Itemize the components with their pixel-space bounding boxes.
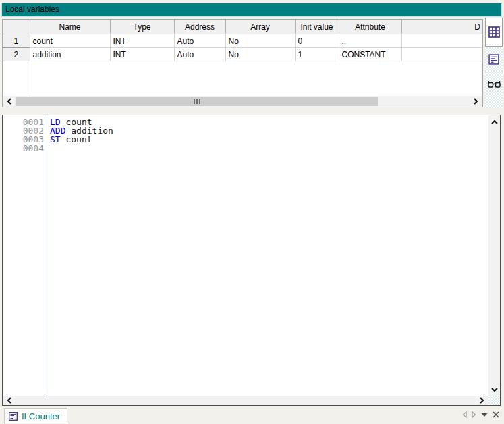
variable-table-panel: Name Type Address Array Init value Attri…	[2, 19, 483, 107]
binoculars-icon	[488, 80, 501, 88]
titlebar-text: Local variables	[5, 5, 59, 14]
col-header-address[interactable]: Address	[174, 20, 225, 34]
cell-init-value[interactable]: 0	[295, 34, 339, 48]
cell-description[interactable]	[401, 48, 482, 61]
cell-name[interactable]: addition	[30, 48, 110, 61]
scroll-right-button[interactable]	[470, 96, 481, 107]
cell-address[interactable]: Auto	[174, 48, 225, 61]
editor-vertical-scrollbar[interactable]	[488, 115, 500, 396]
row-number-cell[interactable]: 2	[3, 48, 30, 61]
cell-description[interactable]	[401, 34, 482, 48]
line-number-gutter: 0001 0002 0003 0004	[3, 117, 44, 153]
col-header-name[interactable]: Name	[30, 20, 110, 34]
row-number-cell[interactable]: 1	[3, 34, 30, 48]
table-hscroll-thumb[interactable]	[16, 97, 378, 106]
cell-array[interactable]: No	[225, 48, 295, 61]
col-header-type[interactable]: Type	[110, 20, 174, 34]
tab-scroll-right-button[interactable]	[472, 411, 476, 418]
cell-type[interactable]: INT	[110, 48, 174, 61]
table-horizontal-scrollbar[interactable]	[3, 96, 482, 107]
comment-view-button[interactable]	[485, 49, 503, 70]
tab-list-button[interactable]	[481, 413, 488, 417]
bottom-tab-bar: ILCounter	[0, 406, 504, 424]
cell-type[interactable]: INT	[110, 34, 174, 48]
tab-navigation-controls	[462, 411, 499, 418]
chevron-left-icon	[7, 98, 12, 105]
il-code-editor[interactable]: 0001 0002 0003 0004 LDcount ADDaddition …	[2, 115, 501, 406]
close-tab-button[interactable]	[493, 411, 499, 418]
tab-label: ILCounter	[22, 411, 60, 421]
table-row[interactable]: 2 addition INT Auto No 1 CONSTANT	[3, 48, 482, 61]
code-area[interactable]: LDcount ADDaddition STcount	[50, 117, 113, 153]
table-header-row: Name Type Address Array Init value Attri…	[3, 20, 482, 34]
chevron-left-icon	[7, 397, 12, 404]
local-variables-titlebar[interactable]: Local variables	[1, 3, 502, 17]
triangle-right-icon	[472, 411, 476, 418]
scroll-up-button[interactable]	[488, 117, 500, 127]
col-header-attribute[interactable]: Attribute	[339, 20, 401, 34]
chevron-down-icon	[491, 387, 498, 392]
triangle-left-icon	[462, 411, 467, 418]
local-variables-table: Name Type Address Array Init value Attri…	[3, 20, 482, 61]
cell-address[interactable]: Auto	[174, 34, 225, 48]
col-header-init-value[interactable]: Init value	[295, 20, 339, 34]
grid-table-icon	[488, 26, 500, 38]
scroll-right-button[interactable]	[476, 395, 487, 406]
row-header-divider-line	[30, 61, 30, 96]
il-keyword: ST	[50, 134, 61, 144]
gutter-separator-line	[47, 115, 47, 396]
tab-ilcounter[interactable]: ILCounter	[4, 408, 67, 423]
scroll-left-button[interactable]	[4, 395, 15, 406]
line-number: 0004	[3, 144, 44, 153]
cell-array[interactable]: No	[225, 34, 295, 48]
scroll-down-button[interactable]	[488, 384, 500, 394]
plc-ide-window: Local variables Name Type Address Array …	[0, 0, 504, 424]
document-lines-icon	[488, 54, 499, 65]
right-toolbar	[485, 18, 503, 108]
close-icon	[493, 411, 499, 418]
chevron-up-icon	[491, 120, 498, 125]
table-row[interactable]: 1 count INT Auto No 0 ..	[3, 34, 482, 48]
tab-scroll-left-button[interactable]	[462, 411, 467, 418]
editor-horizontal-scrollbar[interactable]	[3, 396, 488, 405]
chevron-right-icon	[473, 98, 478, 105]
cell-init-value[interactable]: 1	[295, 48, 339, 61]
col-header-rownum[interactable]	[3, 20, 30, 34]
toolbar-divider	[485, 72, 503, 72]
col-header-description[interactable]: D	[401, 20, 482, 34]
il-program-icon	[9, 412, 18, 421]
cell-name[interactable]: count	[30, 34, 110, 48]
variable-grid-view-button[interactable]	[485, 18, 503, 47]
scroll-left-button[interactable]	[4, 96, 15, 107]
chevron-right-icon	[479, 397, 484, 404]
code-line[interactable]: STcount	[50, 135, 113, 144]
code-line[interactable]	[50, 144, 113, 153]
il-operand: count	[65, 134, 92, 144]
col-header-array[interactable]: Array	[225, 20, 295, 34]
find-button[interactable]	[485, 73, 503, 96]
cell-attribute[interactable]: ..	[339, 34, 401, 48]
cell-attribute[interactable]: CONSTANT	[339, 48, 401, 61]
scrollbar-corner	[488, 396, 500, 405]
triangle-down-icon	[481, 413, 488, 417]
